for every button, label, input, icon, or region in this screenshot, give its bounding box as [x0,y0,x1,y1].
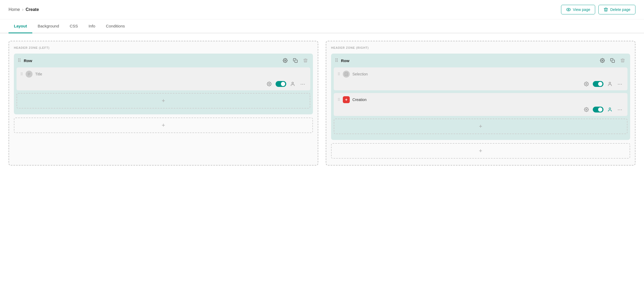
widget-title-settings-button[interactable] [265,80,273,88]
widget-title-more-button[interactable]: ··· [299,80,307,88]
widget-selection-label: Selection [352,72,368,76]
widget-title-card: ⠿ Title [17,67,310,90]
user-icon-cre [607,107,612,112]
row-card-right: ⠿ Row [331,54,630,140]
delete-page-label: Delete page [610,7,630,12]
user-icon [290,82,295,86]
svg-point-1 [568,9,569,10]
tab-layout[interactable]: Layout [9,19,32,33]
svg-rect-3 [295,60,297,63]
svg-point-17 [609,108,611,109]
widget-creation-icon [343,96,350,103]
tab-info[interactable]: Info [83,19,101,33]
breadcrumb-separator: › [22,7,23,12]
widget-title-toggle[interactable] [276,81,286,87]
copy-icon-right [610,58,615,63]
breadcrumb-current: Create [26,7,39,12]
gear-icon-cre [584,107,589,112]
tab-conditions[interactable]: Conditions [101,19,130,33]
widget-selection-drag[interactable]: ⠿ [337,72,340,76]
widget-selection-card: ⠿ Selection [334,67,627,90]
widget-selection-user-button[interactable] [606,80,614,88]
widget-creation-bottom: ··· [337,106,624,113]
trash2-icon [303,58,308,63]
widget-selection-toggle[interactable] [593,81,603,87]
svg-point-12 [586,83,587,85]
widget-title-top: ⠿ Title [20,71,307,78]
row-right-delete-button[interactable] [619,57,626,64]
svg-point-13 [609,82,611,84]
svg-rect-10 [612,60,615,63]
gear-icon-small [267,82,272,86]
gear-icon-sel [584,82,589,86]
svg-point-8 [292,82,293,84]
widget-selection-bottom: ··· [337,80,624,88]
copy-icon [293,58,298,63]
widget-creation-label: Creation [352,98,367,102]
gear-icon [283,58,288,63]
main-content: HEADER ZONE (LEFT) ⠿ Row [0,41,644,174]
row-right-copy-button[interactable] [609,57,616,64]
row-left-actions [281,57,309,64]
svg-point-16 [586,109,587,110]
zone-header-left: HEADER ZONE (LEFT) ⠿ Row [9,41,318,166]
gear-icon-right [600,58,605,63]
tab-css[interactable]: CSS [64,19,83,33]
widget-selection-top: ⠿ Selection [337,71,624,78]
row-left-drag-handle[interactable]: ⠿ [18,58,21,63]
tab-background[interactable]: Background [32,19,64,33]
row-left-settings-button[interactable] [281,57,289,64]
row-right-settings-button[interactable] [599,57,606,64]
more-dots-cre-icon: ··· [618,107,622,112]
view-page-button[interactable]: View page [561,5,595,14]
top-bar: Home › Create View page Delete page [0,0,644,19]
row-card-left: ⠿ Row [14,54,313,114]
row-right-actions [599,57,626,64]
widget-title-user-button[interactable] [289,80,296,88]
svg-point-7 [269,83,270,85]
view-page-label: View page [573,7,590,12]
widget-creation-top: ⠿ Creation [337,96,624,103]
widget-creation-drag[interactable]: ⠿ [337,98,340,102]
zone-header-right: HEADER ZONE (RIGHT) ⠿ Row [326,41,635,166]
widget-creation-user-button[interactable] [606,106,614,113]
widget-creation-more-button[interactable]: ··· [616,106,624,113]
top-actions: View page Delete page [561,5,635,14]
widget-selection-icon [343,71,350,78]
widget-title-bottom: ··· [20,80,307,88]
add-row-right-zone-button[interactable]: + [331,143,630,159]
widget-selection-more-button[interactable]: ··· [616,80,624,88]
svg-point-0 [567,8,571,11]
add-widget-right-button[interactable]: + [334,119,627,134]
zone-left-label: HEADER ZONE (LEFT) [14,46,313,49]
svg-point-2 [285,60,286,61]
row-card-right-header: ⠿ Row [331,54,630,67]
widget-title-label: Title [35,72,42,76]
widget-creation-card: ⠿ Creation [334,93,627,116]
row-card-left-header: ⠿ Row [14,54,313,67]
widget-creation-settings-button[interactable] [583,106,590,113]
widget-selection-settings-button[interactable] [583,80,590,88]
widget-creation-toggle[interactable] [593,107,603,112]
breadcrumb-home[interactable]: Home [9,7,20,12]
row-right-label: Row [341,58,596,63]
row-left-label: Row [24,58,279,63]
widget-title-icon [26,71,33,78]
row-left-delete-button[interactable] [302,57,309,64]
breadcrumb: Home › Create [9,7,39,12]
delete-page-button[interactable]: Delete page [598,5,635,14]
zone-right-label: HEADER ZONE (RIGHT) [331,46,630,49]
widget-title-drag[interactable]: ⠿ [20,72,23,76]
add-widget-left-button[interactable]: + [17,93,310,108]
more-dots-sel-icon: ··· [618,81,622,87]
user-icon-sel [607,82,612,86]
svg-point-9 [602,60,603,61]
eye-icon [566,7,571,12]
tabs-bar: Layout Background CSS Info Conditions [0,19,644,33]
row-left-copy-button[interactable] [292,57,299,64]
add-row-left-zone-button[interactable]: + [14,118,313,133]
more-dots-icon: ··· [300,81,305,87]
trash-icon [603,7,608,12]
row-right-drag-handle[interactable]: ⠿ [335,58,338,63]
trash-icon-right [620,58,625,63]
